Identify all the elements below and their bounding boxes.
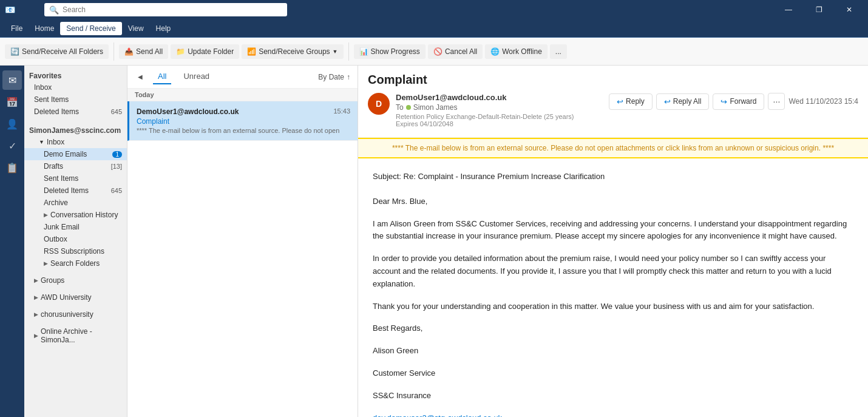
email-preview: **** The e-mail below is from an externa…: [137, 127, 350, 134]
sidebar-item-rss[interactable]: RSS Subscriptions: [24, 245, 127, 257]
search-folders-arrow: ▶: [44, 260, 48, 266]
nav-calendar[interactable]: 📅: [2, 92, 22, 112]
simonjames-label[interactable]: SimonJames@sscinc.com: [24, 123, 127, 136]
search-folders-label: Search Folders: [50, 259, 100, 268]
nav-notes[interactable]: 📋: [2, 158, 22, 177]
email-from-row: D DemoUser1@awdcloud.co.uk To Simon Jame…: [368, 93, 858, 127]
nav-mail[interactable]: ✉: [2, 70, 22, 90]
minimize-button[interactable]: —: [775, 0, 802, 19]
filter-sort-icon: ↑: [347, 73, 350, 81]
sidebar-item-sent[interactable]: Sent Items: [24, 93, 127, 106]
sidebar-inbox-parent[interactable]: ▼ Inbox: [24, 136, 127, 148]
forward-button[interactable]: ↪ Forward: [713, 93, 764, 110]
sidebar-item-online-archive[interactable]: ▶ Online Archive - SimonJa...: [24, 325, 127, 346]
sidebar-item-awd[interactable]: ▶ AWD University: [24, 291, 127, 303]
nav-tasks[interactable]: ✓: [2, 136, 22, 155]
email-sender: DemoUser1@awdcloud.co.uk: [137, 107, 239, 116]
menu-bar: File Home Send / Receive View Help: [0, 19, 868, 38]
awd-arrow: ▶: [34, 294, 38, 300]
email-filter[interactable]: By Date ↑: [318, 73, 350, 81]
tab-unread[interactable]: Unread: [178, 69, 214, 84]
sidebar-item-demo-emails[interactable]: Demo Emails 1: [24, 148, 127, 160]
online-status-dot: [406, 105, 411, 110]
email-closing: Best Regards,: [373, 322, 853, 335]
menu-file[interactable]: File: [5, 22, 29, 35]
ribbon-separator-1: [114, 42, 114, 61]
search-input[interactable]: [63, 5, 282, 14]
show-progress-button[interactable]: 📊 Show Progress: [354, 44, 426, 59]
menu-send-receive[interactable]: Send / Receive: [60, 22, 121, 35]
search-icon: 🔍: [49, 5, 59, 15]
more-ribbon-button[interactable]: ...: [550, 44, 567, 59]
sidebar-item-conversation-history[interactable]: ▶ Conversation History: [24, 209, 127, 221]
deleted-items-label: Deleted Items: [44, 186, 89, 195]
outbox-label: Outbox: [44, 235, 67, 243]
send-receive-groups-button[interactable]: 📶 Send/Receive Groups ▼: [242, 44, 343, 59]
menu-view[interactable]: View: [122, 22, 150, 35]
folder-tree: Favorites Inbox Sent Items Deleted Items…: [24, 66, 127, 417]
awd-label: AWD University: [41, 293, 92, 302]
email-list: ◀ All Unread By Date ↑ Today DemoUser1@a…: [127, 66, 358, 417]
send-receive-all-button[interactable]: 🔄 Send/Receive All Folders: [5, 44, 109, 59]
update-folder-button[interactable]: 📁 Update Folder: [171, 44, 239, 59]
collapse-button[interactable]: ◀: [135, 72, 146, 83]
sidebar-item-drafts[interactable]: Drafts [13]: [24, 160, 127, 172]
list-item[interactable]: DemoUser1@awdcloud.co.uk 15:43 Complaint…: [127, 101, 358, 141]
conversation-arrow: ▶: [44, 212, 48, 218]
email-pane-title: Complaint: [368, 73, 858, 87]
reply-all-icon: ↩: [664, 97, 671, 106]
email-time: 15:43: [333, 107, 350, 115]
send-all-button[interactable]: 📤 Send All: [119, 44, 168, 59]
sidebar-item-archive[interactable]: Archive: [24, 197, 127, 209]
groups-section: ▶ Groups: [24, 272, 127, 289]
sidebar-item-inbox[interactable]: Inbox: [24, 81, 127, 93]
date-section-today: Today: [127, 89, 358, 101]
sidebar-item-chorus[interactable]: ▶ chorusuniversity: [24, 308, 127, 320]
groups-icon: 📶: [247, 47, 256, 56]
drafts-badge: [13]: [111, 163, 122, 170]
email-subject: Complaint: [137, 117, 350, 126]
tab-all[interactable]: All: [153, 69, 171, 84]
work-offline-button[interactable]: 🌐 Work Offline: [485, 44, 548, 59]
send-receive-icon: 🔄: [10, 47, 19, 56]
sidebar-item-sent-items[interactable]: Sent Items: [24, 172, 127, 185]
inbox-chevron: ▼: [39, 139, 44, 145]
to-line: To Simon James: [396, 103, 603, 112]
cancel-all-button[interactable]: 🚫 Cancel All: [428, 44, 483, 59]
favorites-label[interactable]: Favorites: [24, 68, 127, 81]
sent-items-label: Sent Items: [44, 174, 78, 183]
sidebar-item-search-folders[interactable]: ▶ Search Folders: [24, 257, 127, 270]
reply-button[interactable]: ↩ Reply: [609, 93, 653, 110]
close-button[interactable]: ✕: [835, 0, 863, 19]
warning-banner: **** The e-mail below is from an externa…: [358, 138, 868, 158]
email-para1: I am Alison Green from SS&C Customer Ser…: [373, 218, 853, 243]
nav-contacts[interactable]: 👤: [2, 114, 22, 134]
reply-all-button[interactable]: ↩ Reply All: [656, 93, 710, 110]
filter-label: By Date: [318, 73, 344, 81]
drafts-label: Drafts: [44, 162, 63, 171]
more-actions-button[interactable]: ···: [768, 93, 785, 110]
inbox-sub-label: Inbox: [47, 138, 64, 146]
menu-help[interactable]: Help: [150, 22, 177, 35]
forward-icon: ↪: [721, 97, 727, 106]
sidebar-item-outbox[interactable]: Outbox: [24, 233, 127, 245]
favorites-section: Favorites Inbox Sent Items Deleted Items…: [24, 66, 127, 120]
online-archive-arrow: ▶: [34, 333, 38, 339]
awd-section: ▶ AWD University: [24, 289, 127, 306]
menu-home[interactable]: Home: [29, 22, 60, 35]
chorus-label: chorusuniversity: [41, 310, 93, 319]
sidebar-item-deleted[interactable]: Deleted Items 645: [24, 106, 127, 118]
sidebar-item-junk-email[interactable]: Junk Email: [24, 221, 127, 233]
email-subject-line: Subject: Re: Complaint - Insurance Premi…: [373, 171, 853, 183]
email-para2: In order to provide you detailed informa…: [373, 253, 853, 290]
email-sig-name: Alison Green: [373, 345, 853, 358]
email-timestamp: Wed 11/10/2023 15:4: [788, 97, 858, 106]
sidebar-item-deleted-items[interactable]: Deleted Items 645: [24, 185, 127, 197]
app-icon: 📧: [5, 5, 15, 15]
maximize-button[interactable]: ❐: [805, 0, 833, 19]
ribbon-separator-2: [348, 42, 349, 61]
sidebar-item-groups[interactable]: ▶ Groups: [24, 274, 127, 286]
sig-email-link[interactable]: dev.demouser2@stg-awdcloud.co.uk: [373, 413, 502, 417]
email-greeting: Dear Mrs. Blue,: [373, 195, 853, 208]
search-bar[interactable]: 🔍: [44, 3, 287, 16]
